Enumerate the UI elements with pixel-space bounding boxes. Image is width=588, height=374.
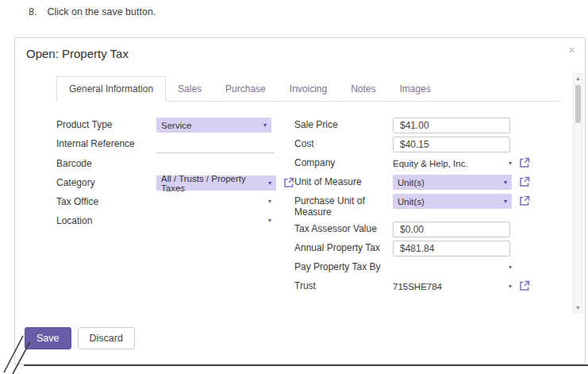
scrollbar-thumb[interactable]	[575, 85, 581, 123]
tab-bar: General Information Sales Purchase Invoi…	[56, 76, 561, 102]
modal-footer: Save Discard	[25, 327, 135, 349]
step-number: 8.	[29, 6, 37, 17]
field-label: Annual Property Tax	[294, 241, 393, 254]
field-label: Company	[294, 156, 393, 169]
company-value: Equity & Help, Inc.	[393, 159, 468, 168]
tab-purchase[interactable]: Purchase	[213, 77, 278, 101]
field-row-unit-of-measure: Unit of Measure Unit(s) ▾	[294, 175, 551, 191]
field-label: Sale Price	[294, 118, 393, 131]
field-label: Cost	[294, 137, 393, 150]
barcode-input[interactable]	[156, 156, 271, 171]
chevron-down-icon: ▾	[509, 160, 512, 167]
location-dropdown[interactable]: ▾	[156, 214, 271, 228]
chevron-down-icon: ▾	[509, 283, 512, 290]
trust-value: 715SHE784	[393, 282, 442, 291]
field-label: Category	[56, 175, 156, 189]
external-link-icon[interactable]	[519, 175, 530, 187]
field-label: Trust	[294, 279, 393, 292]
chevron-down-icon: ▾	[504, 199, 507, 205]
page-bottom-divider	[24, 364, 588, 366]
field-row-tax-assessor-value: Tax Assessor Value	[294, 222, 551, 237]
vertical-scrollbar[interactable]: ▲ ▼	[573, 73, 583, 313]
field-label: Tax Office	[56, 195, 156, 208]
chevron-down-icon: ▾	[509, 264, 512, 271]
instruction-step: 8. Click on the save button.	[29, 6, 156, 17]
cost-input[interactable]	[393, 137, 510, 152]
product-type-value: Service	[161, 121, 191, 130]
field-row-location: Location ▾	[56, 214, 294, 229]
field-row-trust: Trust 715SHE784 ▾	[294, 279, 551, 295]
annual-property-tax-input[interactable]	[393, 241, 510, 256]
unit-of-measure-select[interactable]: Unit(s) ▾	[393, 175, 512, 190]
external-link-icon[interactable]	[519, 279, 530, 291]
chevron-down-icon: ▾	[504, 179, 507, 186]
tab-images[interactable]: Images	[388, 77, 443, 101]
field-label: Unit of Measure	[294, 175, 393, 188]
trust-dropdown[interactable]: 715SHE784 ▾	[393, 279, 512, 295]
purchase-unit-of-measure-value: Unit(s)	[398, 197, 425, 206]
field-label: Internal Reference	[56, 137, 156, 150]
property-tax-modal: Open: Property Tax × General Information…	[14, 37, 586, 364]
field-row-category: Category All / Trusts / Property Taxes ▾	[56, 175, 294, 191]
external-link-icon[interactable]	[283, 175, 294, 188]
chevron-down-icon: ▾	[268, 218, 271, 224]
field-label: Barcode	[56, 156, 156, 170]
internal-reference-input[interactable]	[156, 137, 275, 153]
sale-price-input[interactable]	[393, 118, 510, 133]
field-label: Purchase Unit of Measure	[294, 194, 393, 218]
external-link-icon[interactable]	[519, 194, 530, 206]
scroll-up-icon[interactable]: ▲	[575, 74, 581, 83]
close-icon[interactable]: ×	[568, 43, 575, 56]
field-row-product-type: Product Type Service ▾	[56, 118, 294, 133]
company-dropdown[interactable]: Equity & Help, Inc. ▾	[393, 156, 512, 172]
field-row-tax-office: Tax Office ▾	[56, 195, 294, 210]
chevron-down-icon: ▾	[268, 199, 271, 205]
field-row-company: Company Equity & Help, Inc. ▾	[294, 156, 551, 172]
tab-sales[interactable]: Sales	[166, 77, 213, 101]
field-label: Pay Property Tax By	[294, 260, 393, 273]
discard-button[interactable]: Discard	[78, 327, 135, 349]
field-row-internal-reference: Internal Reference	[56, 137, 294, 153]
tax-assessor-value-input[interactable]	[393, 222, 510, 237]
field-row-cost: Cost	[294, 137, 551, 152]
form-left-column: Product Type Service ▾ Internal Referenc…	[56, 118, 294, 298]
chevron-down-icon: ▾	[263, 122, 267, 129]
step-text: Click on the save button.	[47, 6, 156, 17]
tab-notes[interactable]: Notes	[339, 77, 387, 101]
field-row-purchase-unit-of-measure: Purchase Unit of Measure Unit(s) ▾	[294, 194, 551, 218]
unit-of-measure-value: Unit(s)	[398, 178, 425, 187]
drawn-arrow-annotation	[2, 332, 40, 374]
form-right-column: Sale Price Cost Company Equity & Help, I…	[294, 118, 551, 298]
category-value: All / Trusts / Property Taxes	[161, 174, 263, 193]
external-link-icon[interactable]	[519, 156, 530, 168]
field-label: Product Type	[56, 118, 156, 131]
modal-title: Open: Property Tax	[26, 47, 129, 60]
tax-office-dropdown[interactable]: ▾	[156, 195, 271, 209]
field-row-barcode: Barcode	[56, 156, 294, 172]
pay-property-tax-by-dropdown[interactable]: ▾	[393, 260, 512, 276]
field-label: Tax Assessor Value	[294, 222, 393, 235]
general-information-form: Product Type Service ▾ Internal Referenc…	[56, 118, 551, 298]
field-row-pay-property-tax-by: Pay Property Tax By ▾	[294, 260, 551, 276]
product-type-select[interactable]: Service ▾	[156, 118, 271, 133]
field-row-annual-property-tax: Annual Property Tax	[294, 241, 551, 256]
category-select[interactable]: All / Trusts / Property Taxes ▾	[156, 175, 276, 191]
scroll-down-icon[interactable]: ▼	[575, 303, 581, 312]
tab-invoicing[interactable]: Invoicing	[278, 77, 339, 101]
field-row-sale-price: Sale Price	[294, 118, 551, 133]
chevron-down-icon: ▾	[268, 180, 271, 187]
tab-general-information[interactable]: General Information	[56, 76, 166, 102]
purchase-unit-of-measure-select[interactable]: Unit(s) ▾	[393, 194, 512, 209]
field-label: Location	[56, 214, 156, 227]
